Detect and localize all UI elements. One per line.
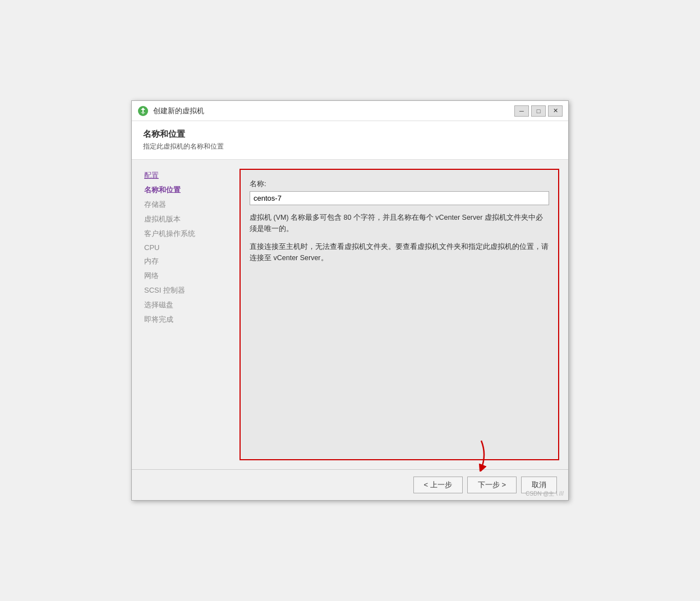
- maximize-button[interactable]: □: [531, 105, 546, 117]
- header-section: 名称和位置 指定此虚拟机的名称和位置: [132, 121, 568, 160]
- sidebar-item-name-location: 名称和位置: [141, 183, 231, 197]
- title-bar: 创建新的虚拟机 ─ □ ✕: [132, 101, 568, 121]
- info-text-2: 直接连接至主机时，无法查看虚拟机文件夹。要查看虚拟机文件夹和指定此虚拟机的位置，…: [250, 241, 549, 263]
- title-bar-left: 创建新的虚拟机: [137, 105, 204, 117]
- footer: < 上一步 下一步 > 取消 CSDN @主 \ ///: [132, 469, 568, 500]
- sidebar-item-disk: 选择磁盘: [141, 298, 231, 312]
- window-title: 创建新的虚拟机: [153, 106, 204, 116]
- page-subtitle: 指定此虚拟机的名称和位置: [143, 142, 557, 151]
- sidebar-item-scsi: SCSI 控制器: [141, 284, 231, 297]
- sidebar-item-finish: 即将完成: [141, 313, 231, 326]
- sidebar-item-memory: 内存: [141, 255, 231, 268]
- minimize-button[interactable]: ─: [514, 105, 529, 117]
- sidebar-item-network: 网络: [141, 269, 231, 283]
- name-input[interactable]: [250, 191, 549, 205]
- name-field-label: 名称:: [250, 179, 549, 189]
- main-panel: 名称: 虚拟机 (VM) 名称最多可包含 80 个字符，并且名称在每个 vCen…: [240, 169, 559, 460]
- close-button[interactable]: ✕: [548, 105, 563, 117]
- watermark: CSDN @主 \ ///: [526, 490, 564, 498]
- name-field-section: 名称:: [250, 179, 549, 205]
- info-text-1: 虚拟机 (VM) 名称最多可包含 80 个字符，并且名称在每个 vCenter …: [250, 212, 549, 234]
- next-button[interactable]: 下一步 >: [467, 477, 517, 493]
- content-area: 配置 名称和位置 存储器 虚拟机版本 客户机操作系统 CPU 内存 网络 SCS…: [132, 160, 568, 469]
- prev-button[interactable]: < 上一步: [413, 477, 463, 493]
- app-icon: [137, 105, 149, 117]
- sidebar-item-guest-os: 客户机操作系统: [141, 227, 231, 241]
- sidebar: 配置 名称和位置 存储器 虚拟机版本 客户机操作系统 CPU 内存 网络 SCS…: [141, 169, 231, 460]
- sidebar-item-config[interactable]: 配置: [141, 169, 231, 182]
- title-bar-controls: ─ □ ✕: [514, 105, 563, 117]
- page-title: 名称和位置: [143, 129, 557, 140]
- arrow-hint: [467, 438, 495, 473]
- sidebar-item-storage: 存储器: [141, 198, 231, 211]
- sidebar-item-cpu: CPU: [141, 242, 231, 253]
- main-window: 创建新的虚拟机 ─ □ ✕ 名称和位置 指定此虚拟机的名称和位置 配置 名称和位…: [131, 100, 569, 501]
- sidebar-item-vm-version: 虚拟机版本: [141, 212, 231, 226]
